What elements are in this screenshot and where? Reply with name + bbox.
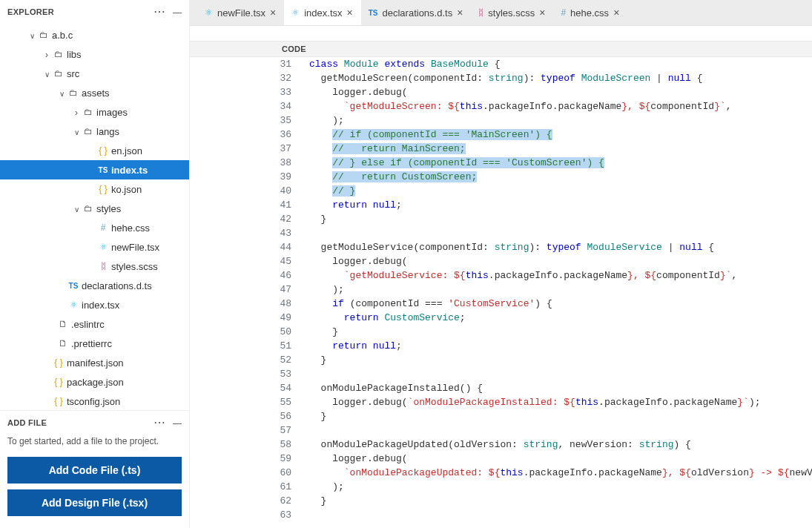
tree-folder-root[interactable]: 🗀a.b.c <box>0 25 189 44</box>
sass-icon: ᛥ <box>478 7 483 18</box>
tree-file-tsconfig[interactable]: { }tsconfig.json <box>0 392 189 410</box>
tree-file-index-ts[interactable]: TSindex.ts <box>0 160 189 179</box>
tab-declarations-d-ts[interactable]: TSdeclarations.d.ts× <box>361 0 472 25</box>
tab-label: declarations.d.ts <box>383 7 453 19</box>
tab-styles-scss[interactable]: ᛥstyles.scss× <box>471 0 553 25</box>
folder-icon: 🗀 <box>67 88 80 98</box>
tree-file-hehe-css[interactable]: #hehe.css <box>0 218 189 237</box>
tree-file-ko-json[interactable]: { }ko.json <box>0 179 189 199</box>
json-icon: { } <box>96 145 110 156</box>
add-file-panel: ADD FILE To get started, add a file to t… <box>0 410 189 528</box>
add-design-file-button[interactable]: Add Design File (.tsx) <box>7 489 182 516</box>
close-icon[interactable]: × <box>347 7 353 19</box>
ts-icon: TS <box>369 9 378 17</box>
tree-file-declarations[interactable]: TSdeclarations.d.ts <box>0 276 189 295</box>
sidebar: EXPLORER 🗀a.b.c 🗀libs 🗀src 🗀assets 🗀imag… <box>0 0 190 528</box>
explorer-more-icon[interactable] <box>154 6 165 18</box>
code-section-header: CODE <box>190 41 812 57</box>
code-editor[interactable]: 3132333435363738394041424344454647484950… <box>190 57 812 528</box>
tree-file-package[interactable]: { }package.json <box>0 372 189 392</box>
explorer-header: EXPLORER <box>0 0 189 22</box>
folder-icon: 🗀 <box>82 126 95 136</box>
sass-icon: ᛥ <box>96 261 110 271</box>
explorer-title: EXPLORER <box>7 7 54 16</box>
fold-margin[interactable] <box>190 57 268 528</box>
folder-icon: 🗀 <box>82 203 95 214</box>
addfile-collapse-icon[interactable] <box>173 418 182 429</box>
file-icon: 🗋 <box>56 338 70 349</box>
tree-file-manifest[interactable]: { }manifest.json <box>0 353 189 372</box>
tree-folder-images[interactable]: 🗀images <box>0 102 189 122</box>
add-file-title: ADD FILE <box>7 418 47 427</box>
code-lines[interactable]: class Module extends BaseModule { getMod… <box>305 57 812 528</box>
folder-icon: 🗀 <box>52 49 65 59</box>
tab-label: styles.scss <box>488 7 535 19</box>
tab-label: hehe.css <box>570 7 609 19</box>
tree-file-prettierrc[interactable]: 🗋.prettierrc <box>0 334 189 353</box>
file-icon: 🗋 <box>56 319 70 329</box>
folder-icon: 🗀 <box>82 107 95 117</box>
tab-newFile-tsx[interactable]: ⚛newFile.tsx× <box>197 0 284 25</box>
tree-folder-assets[interactable]: 🗀assets <box>0 83 189 102</box>
tree-file-styles-scss[interactable]: ᛥstyles.scss <box>0 257 189 276</box>
tab-label: newFile.tsx <box>217 7 265 19</box>
folder-icon: 🗀 <box>37 30 50 40</box>
tab-bar: ⚛newFile.tsx×⚛index.tsx×TSdeclarations.d… <box>190 0 812 26</box>
react-icon: ⚛ <box>96 242 110 252</box>
tree-folder-langs[interactable]: 🗀langs <box>0 122 189 141</box>
json-icon: { } <box>52 357 65 368</box>
json-icon: { } <box>96 184 110 194</box>
tree-folder-src[interactable]: 🗀src <box>0 64 189 83</box>
ts-icon: TS <box>67 282 80 290</box>
addfile-more-icon[interactable] <box>154 417 165 429</box>
react-icon: ⚛ <box>67 300 80 310</box>
react-icon: ⚛ <box>205 7 213 18</box>
close-icon[interactable]: × <box>270 7 276 19</box>
tree-file-newfile-tsx[interactable]: ⚛newFile.tsx <box>0 237 189 257</box>
ts-icon: TS <box>96 166 110 174</box>
editor-area: ⚛newFile.tsx×⚛index.tsx×TSdeclarations.d… <box>190 0 812 528</box>
react-icon: ⚛ <box>291 7 300 18</box>
file-tree[interactable]: 🗀a.b.c 🗀libs 🗀src 🗀assets 🗀images 🗀langs… <box>0 22 189 410</box>
tree-folder-libs[interactable]: 🗀libs <box>0 44 189 64</box>
close-icon[interactable]: × <box>457 7 463 19</box>
hash-icon: # <box>96 222 110 233</box>
json-icon: { } <box>52 396 65 406</box>
tree-file-en-json[interactable]: { }en.json <box>0 141 189 160</box>
tree-file-index-tsx[interactable]: ⚛index.tsx <box>0 295 189 314</box>
add-file-hint: To get started, add a file to the projec… <box>7 436 182 446</box>
folder-icon: 🗀 <box>52 68 65 79</box>
close-icon[interactable]: × <box>539 7 545 19</box>
json-icon: { } <box>52 377 65 387</box>
line-gutter: 3132333435363738394041424344454647484950… <box>268 57 305 528</box>
tab-index-tsx[interactable]: ⚛index.tsx× <box>284 0 361 25</box>
tab-label: index.tsx <box>304 7 342 19</box>
tree-folder-styles[interactable]: 🗀styles <box>0 199 189 218</box>
tree-file-eslintrc[interactable]: 🗋.eslintrc <box>0 314 189 334</box>
close-icon[interactable]: × <box>613 7 619 19</box>
tab-hehe-css[interactable]: #hehe.css× <box>553 0 627 25</box>
hash-icon: # <box>561 7 566 18</box>
add-code-file-button[interactable]: Add Code File (.ts) <box>7 457 182 484</box>
explorer-collapse-icon[interactable] <box>173 7 182 18</box>
